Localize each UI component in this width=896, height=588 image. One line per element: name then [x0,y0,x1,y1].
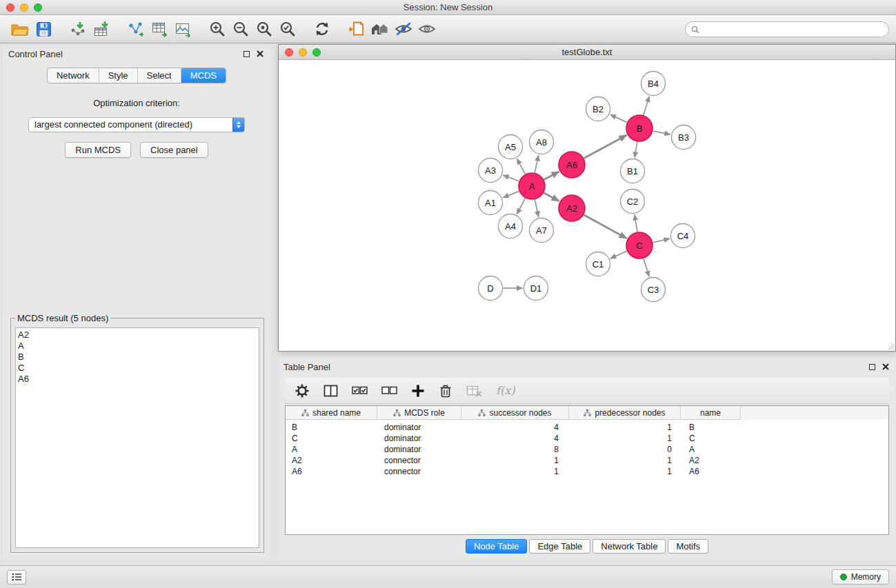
table-cell[interactable]: A6 [681,466,741,477]
search-input[interactable] [703,25,883,34]
zoom-in-button[interactable] [206,18,229,40]
column-header-successor-nodes[interactable]: successor nodes [461,406,569,420]
delete-table-button[interactable] [466,382,482,400]
graphics-details-button[interactable] [392,18,415,40]
zoom-selected-button[interactable] [276,18,299,40]
graph-edge-A-A8[interactable] [535,155,539,172]
table-cell[interactable]: B [286,422,377,433]
table-row[interactable]: A2connector11A2 [286,455,888,466]
graph-edge-A-A6[interactable] [544,172,559,180]
tab-mcds[interactable]: MCDS [181,68,226,83]
import-table-button[interactable] [90,18,113,40]
table-cell[interactable]: 1 [461,466,569,477]
table-cell[interactable]: dominator [377,422,461,433]
table-cell[interactable]: 4 [461,433,569,444]
resize-grip-icon[interactable] [887,343,895,350]
save-session-button[interactable] [32,18,55,40]
table-row[interactable]: A6connector11A6 [286,466,888,477]
column-header-shared-name[interactable]: shared name [286,406,377,420]
export-table-button[interactable] [148,18,171,40]
graph-edge-C-C3[interactable] [644,258,649,276]
zoom-window-button[interactable] [34,3,42,12]
table-cell[interactable]: A2 [681,455,741,466]
graph-edge-B-B1[interactable] [635,142,637,158]
table-cell[interactable]: 0 [569,444,681,455]
memory-button[interactable]: Memory [832,569,889,585]
table-cell[interactable]: A [286,444,377,455]
close-panel-button-mcds[interactable]: Close panel [140,142,208,158]
mcds-result-item[interactable]: A2 [18,330,259,341]
close-window-button[interactable] [6,3,14,12]
table-cell[interactable]: A [681,444,741,455]
table-cell[interactable]: A2 [286,455,377,466]
table-settings-button[interactable] [295,382,310,400]
deselect-all-button[interactable] [381,382,397,400]
task-history-button[interactable] [7,570,26,585]
show-hide-eye-button[interactable] [415,18,439,40]
delete-columns-button[interactable] [439,382,452,400]
graph-edge-B-B2[interactable] [610,114,627,122]
mcds-result-list[interactable]: A2ABCA6 [15,327,259,548]
table-float-panel-button[interactable] [867,362,877,372]
run-mcds-button[interactable]: Run MCDS [65,142,131,158]
column-header-mcds-role[interactable]: MCDS role [377,406,461,420]
network-graph[interactable]: B4B2BB3A5A8A6A3B1AC2A1A2A4A7C4CC1C3DD1 [279,60,895,351]
open-session-button[interactable] [8,18,32,40]
graph-edge-A-A5[interactable] [517,159,525,174]
table-cell[interactable]: 1 [569,433,681,444]
graph-edge-A-A1[interactable] [503,191,519,197]
optimization-dropdown[interactable]: largest connected component (directed) [28,117,245,132]
table-cell[interactable]: connector [377,455,461,466]
toolbar-search[interactable] [685,21,889,37]
zoom-fit-button[interactable] [252,18,276,40]
minimize-window-button[interactable] [20,3,28,12]
graph-edge-A-A4[interactable] [517,199,525,214]
tab-motifs[interactable]: Motifs [668,539,708,554]
table-cell[interactable]: 1 [569,422,681,433]
function-builder-button[interactable]: f(x) [496,382,515,400]
table-close-panel-button[interactable] [881,362,890,372]
show-columns-button[interactable] [323,382,338,400]
tab-edge-table[interactable]: Edge Table [529,539,590,554]
tab-network-table[interactable]: Network Table [593,539,666,554]
annotations-button[interactable] [345,18,368,40]
mcds-result-item[interactable]: A6 [18,374,259,385]
table-cell[interactable]: B [681,422,741,433]
export-network-button[interactable] [124,18,148,40]
mcds-result-item[interactable]: A [18,341,259,352]
graph-edge-A-A2[interactable] [544,193,559,201]
graph-edge-A2-C[interactable] [584,215,627,239]
table-cell[interactable]: 1 [569,466,681,477]
table-cell[interactable]: dominator [377,444,461,455]
export-image-button[interactable] [171,18,195,40]
mcds-result-item[interactable]: B [18,352,259,363]
table-row[interactable]: Bdominator41B [286,422,888,433]
table-cell[interactable]: 1 [461,455,569,466]
graph-edge-C-C4[interactable] [653,239,670,242]
close-panel-button[interactable] [255,49,265,59]
apply-layout-button[interactable] [310,18,334,40]
table-cell[interactable]: 1 [569,455,681,466]
graph-edge-A6-B[interactable] [584,135,627,158]
table-row[interactable]: Adominator80A [286,444,888,455]
create-column-button[interactable] [411,382,425,400]
table-cell[interactable]: 8 [461,444,569,455]
graph-edge-A-A3[interactable] [503,175,519,181]
network-zoom-button[interactable] [312,48,321,57]
tab-style[interactable]: Style [99,68,137,83]
table-cell[interactable]: C [681,433,741,444]
graph-edge-B-B4[interactable] [644,97,649,115]
graph-edge-C-C1[interactable] [610,251,627,258]
table-cell[interactable]: dominator [377,433,461,444]
zoom-out-button[interactable] [229,18,252,40]
import-network-button[interactable] [66,18,90,40]
table-cell[interactable]: 4 [461,422,569,433]
graph-edge-A-A7[interactable] [535,200,539,217]
network-minimize-button[interactable] [299,48,307,57]
graph-edge-C-C2[interactable] [635,214,637,232]
network-canvas[interactable]: B4B2BB3A5A8A6A3B1AC2A1A2A4A7C4CC1C3DD1 [279,60,895,351]
float-panel-button[interactable] [241,49,251,59]
mcds-result-item[interactable]: C [18,363,259,374]
column-header-name[interactable]: name [681,406,741,420]
birdseye-view-button[interactable] [368,18,392,40]
